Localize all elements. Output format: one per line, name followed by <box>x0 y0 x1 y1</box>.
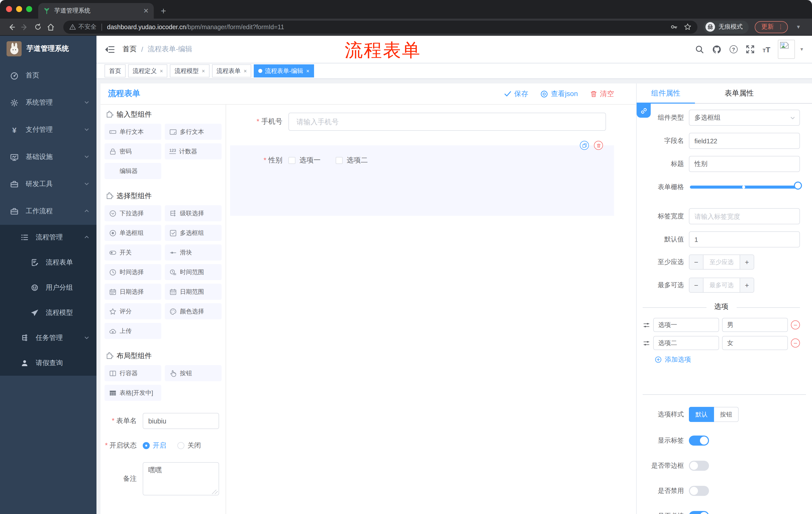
sidebar-item-process-mgmt[interactable]: 流程管理 <box>0 225 96 250</box>
home-button[interactable] <box>44 20 57 33</box>
sidebar-item-user-group[interactable]: 用户分组 <box>0 275 96 300</box>
tag-close-icon[interactable]: × <box>244 68 247 74</box>
not-secure-badge[interactable]: 不安全 <box>69 23 96 31</box>
option-value-input[interactable] <box>722 336 788 350</box>
tab-component-props[interactable]: 组件属性 <box>637 83 695 103</box>
drag-handle-icon[interactable] <box>643 321 650 329</box>
tag-process-form-edit[interactable]: 流程表单-编辑× <box>254 64 314 77</box>
max-select-stepper[interactable]: − + <box>689 278 754 293</box>
palette-item-rate[interactable]: 评分 <box>105 303 161 319</box>
sidebar-item-home[interactable]: 首页 <box>0 62 96 89</box>
password-key-icon[interactable] <box>670 23 678 31</box>
palette-item-color-picker[interactable]: 颜色选择 <box>165 303 222 319</box>
palette-item-radio-group[interactable]: 单选框组 <box>105 225 161 241</box>
required-toggle[interactable] <box>689 511 709 514</box>
palette-item-switch[interactable]: 开关 <box>105 244 161 261</box>
palette-item-date-picker[interactable]: 日期选择 <box>105 283 161 300</box>
font-size-icon[interactable]: TT <box>763 46 771 53</box>
max-select-input[interactable] <box>703 278 740 292</box>
tag-process-definition[interactable]: 流程定义× <box>128 64 168 77</box>
tab-form-props[interactable]: 表单属性 <box>695 83 783 103</box>
view-json-button[interactable]: 查看json <box>541 89 578 98</box>
clear-button[interactable]: 清空 <box>590 89 614 98</box>
tab-close-icon[interactable]: ✕ <box>143 7 149 14</box>
sidebar-item-system[interactable]: 系统管理 <box>0 89 96 116</box>
min-select-input[interactable] <box>703 255 740 269</box>
palette-item-single-text[interactable]: 单行文本 <box>105 124 161 140</box>
phone-field-row[interactable]: 手机号 <box>230 113 606 131</box>
help-icon[interactable]: ? <box>730 45 737 53</box>
component-type-select[interactable]: 多选框组 <box>689 110 800 126</box>
window-zoom-button[interactable] <box>26 6 32 12</box>
sidebar-item-leave-query[interactable]: 请假查询 <box>0 351 96 376</box>
palette-item-counter[interactable]: 123计数器 <box>165 143 222 159</box>
form-name-input[interactable] <box>143 413 219 429</box>
style-button-button[interactable]: 按钮 <box>714 407 738 422</box>
drag-handle-icon[interactable] <box>643 339 650 347</box>
window-close-button[interactable] <box>6 6 12 12</box>
field-name-input[interactable] <box>689 133 800 149</box>
tag-process-model[interactable]: 流程模型× <box>170 64 209 77</box>
delete-component-button[interactable] <box>594 141 603 150</box>
browser-menu-icon[interactable]: ⋮ <box>778 24 783 30</box>
fullscreen-icon[interactable] <box>745 44 755 54</box>
sidebar-item-payment[interactable]: ¥ 支付管理 <box>0 116 96 143</box>
selected-component-gender[interactable]: 性别 选项一 选项二 <box>230 145 614 216</box>
decrease-button[interactable]: − <box>689 278 703 292</box>
sidebar-item-process-form[interactable]: 流程表单 <box>0 250 96 275</box>
palette-item-table[interactable]: 表格[开发中] <box>105 385 161 401</box>
slider-handle[interactable] <box>794 182 802 190</box>
palette-item-upload[interactable]: 上传 <box>105 323 161 339</box>
new-tab-button[interactable]: + <box>161 6 166 16</box>
palette-item-button[interactable]: 按钮 <box>165 365 222 381</box>
design-canvas[interactable]: 手机号 性别 <box>226 105 636 514</box>
avatar[interactable] <box>778 40 795 59</box>
github-icon[interactable] <box>712 44 722 54</box>
show-label-toggle[interactable] <box>689 436 709 445</box>
address-bar[interactable]: 不安全 dashboard.yudao.iocoder.cn/bpm/manag… <box>63 20 697 33</box>
checkbox-icon[interactable] <box>336 157 343 164</box>
style-default-button[interactable]: 默认 <box>689 407 714 422</box>
palette-item-checkbox-group[interactable]: 多选框组 <box>165 225 222 241</box>
option-name-input[interactable] <box>653 318 719 332</box>
palette-item-slider[interactable]: 滑块 <box>165 244 222 261</box>
bookmark-star-icon[interactable] <box>684 23 691 31</box>
toolbar-caret-icon[interactable]: ▼ <box>796 24 801 30</box>
option-value-input[interactable] <box>722 318 788 332</box>
back-button[interactable] <box>5 20 18 33</box>
add-option-button[interactable]: 添加选项 <box>655 355 800 364</box>
search-icon[interactable] <box>694 44 704 54</box>
form-grid-slider[interactable] <box>689 179 800 195</box>
breadcrumb-home[interactable]: 首页 <box>123 45 137 54</box>
avatar-caret-icon[interactable]: ▼ <box>800 47 804 52</box>
min-select-stepper[interactable]: − + <box>689 254 754 270</box>
palette-item-cascader[interactable]: 级联选择 <box>165 205 222 221</box>
border-toggle[interactable] <box>689 461 709 471</box>
sidebar-item-process-model[interactable]: 流程模型 <box>0 300 96 325</box>
tag-home[interactable]: 首页 <box>105 64 126 77</box>
sidebar-item-workflow[interactable]: 工作流程 <box>0 198 96 225</box>
status-on-radio[interactable]: 开启 <box>143 441 166 450</box>
sidebar-item-infra[interactable]: 基础设施 <box>0 143 96 170</box>
copy-component-button[interactable] <box>580 141 589 150</box>
decrease-button[interactable]: − <box>689 255 703 269</box>
default-value-input[interactable] <box>689 231 800 247</box>
panel-link-handle[interactable] <box>637 104 651 118</box>
window-minimize-button[interactable] <box>16 6 22 12</box>
disabled-toggle[interactable] <box>689 486 709 496</box>
tag-process-form[interactable]: 流程表单× <box>212 64 252 77</box>
checkbox-icon[interactable] <box>288 157 295 164</box>
gender-option-1[interactable]: 选项一 <box>288 156 321 165</box>
sidebar-item-devtools[interactable]: 研发工具 <box>0 170 96 198</box>
title-input[interactable] <box>689 156 800 172</box>
reload-button[interactable] <box>31 20 44 33</box>
increase-button[interactable]: + <box>740 255 754 269</box>
gender-option-2[interactable]: 选项二 <box>336 156 368 165</box>
resize-handle[interactable] <box>212 489 218 494</box>
phone-field-input[interactable] <box>288 113 606 131</box>
save-button[interactable]: 保存 <box>504 89 528 98</box>
palette-item-password[interactable]: 密码 <box>105 143 161 159</box>
remark-input[interactable]: 嘿嘿 <box>143 462 219 495</box>
status-off-radio[interactable]: 关闭 <box>177 441 201 450</box>
tag-close-icon[interactable]: × <box>306 68 310 74</box>
